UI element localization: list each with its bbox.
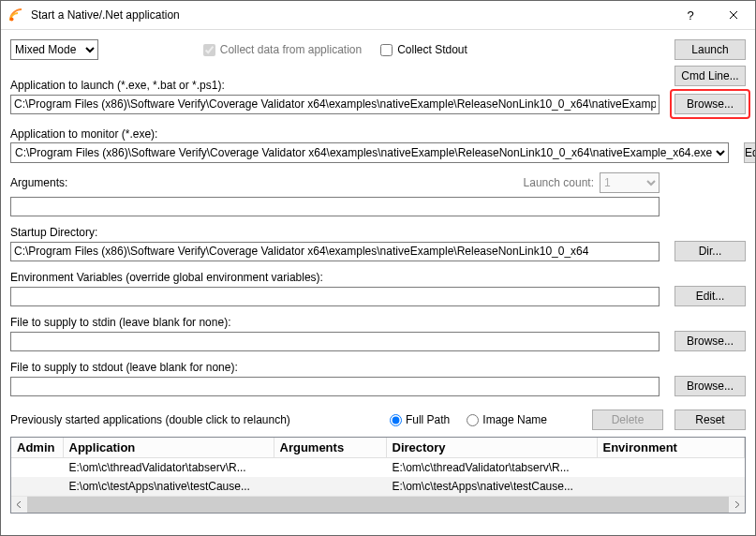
stdout-file-label: File to supply to stdout (leave blank fo… (10, 361, 746, 374)
col-admin[interactable]: Admin (11, 438, 63, 458)
prev-apps-label: Previously started applications (double … (10, 413, 290, 426)
window-title: Start a Native/.Net application (31, 8, 669, 22)
full-path-radio[interactable]: Full Path (390, 413, 450, 426)
start-native-dotnet-dialog: Start a Native/.Net application ? Mixed … (0, 0, 756, 536)
browse-highlight: Browse... (674, 94, 746, 114)
mode-select[interactable]: Mixed Mode (10, 39, 98, 60)
startup-dir-input[interactable] (10, 242, 660, 261)
dir-button[interactable]: Dir... (674, 241, 746, 261)
env-vars-label: Environment Variables (override global e… (10, 271, 746, 284)
prev-apps-table[interactable]: Admin Application Arguments Directory En… (10, 437, 746, 514)
app-to-monitor-select[interactable]: C:\Program Files (x86)\Software Verify\C… (10, 142, 729, 163)
horizontal-scrollbar[interactable] (11, 496, 745, 513)
col-directory[interactable]: Directory (386, 438, 597, 458)
arguments-label: Arguments: (10, 176, 67, 189)
env-vars-input[interactable] (10, 287, 660, 306)
startup-dir-label: Startup Directory: (10, 226, 746, 239)
dialog-client: Mixed Mode Collect data from application… (1, 30, 755, 535)
launch-count-select[interactable]: 1 (600, 172, 660, 193)
app-to-launch-label: Application to launch (*.exe, *.bat or *… (10, 79, 746, 92)
stdin-file-input[interactable] (10, 332, 660, 351)
svg-point-0 (10, 18, 14, 22)
edit-monitor-button[interactable]: Edit... (744, 142, 755, 163)
app-to-monitor-label: Application to monitor (*.exe): (10, 127, 746, 141)
app-to-launch-input[interactable] (10, 95, 660, 114)
titlebar: Start a Native/.Net application ? (1, 1, 755, 30)
edit-env-button[interactable]: Edit... (674, 286, 746, 306)
stdin-file-label: File to supply to stdin (leave blank for… (10, 316, 746, 329)
col-environment[interactable]: Environment (597, 438, 745, 458)
browse-app-button[interactable]: Browse... (674, 94, 746, 114)
image-name-radio[interactable]: Image Name (467, 413, 547, 426)
stdout-file-input[interactable] (10, 377, 660, 396)
collect-data-checkbox[interactable]: Collect data from application (203, 43, 362, 56)
arguments-input[interactable] (10, 197, 660, 216)
browse-stdout-button[interactable]: Browse... (674, 376, 746, 396)
browse-stdin-button[interactable]: Browse... (674, 331, 746, 351)
collect-stdout-checkbox[interactable]: Collect Stdout (380, 43, 467, 56)
app-icon (8, 7, 23, 22)
col-arguments[interactable]: Arguments (274, 438, 386, 458)
help-button[interactable]: ? (669, 1, 712, 29)
scroll-left-icon[interactable] (11, 497, 27, 513)
delete-button[interactable]: Delete (592, 409, 663, 430)
table-row[interactable]: E:\om\c\testApps\native\testCause... E:\… (11, 477, 745, 496)
close-button[interactable] (712, 1, 755, 29)
launch-button[interactable]: Launch (674, 39, 746, 60)
table-row[interactable]: E:\om\c\threadValidator\tabserv\R... E:\… (11, 458, 745, 478)
launch-count-label: Launch count: (524, 176, 594, 189)
scroll-right-icon[interactable] (729, 497, 745, 513)
col-application[interactable]: Application (63, 438, 274, 458)
reset-button[interactable]: Reset (674, 409, 746, 430)
